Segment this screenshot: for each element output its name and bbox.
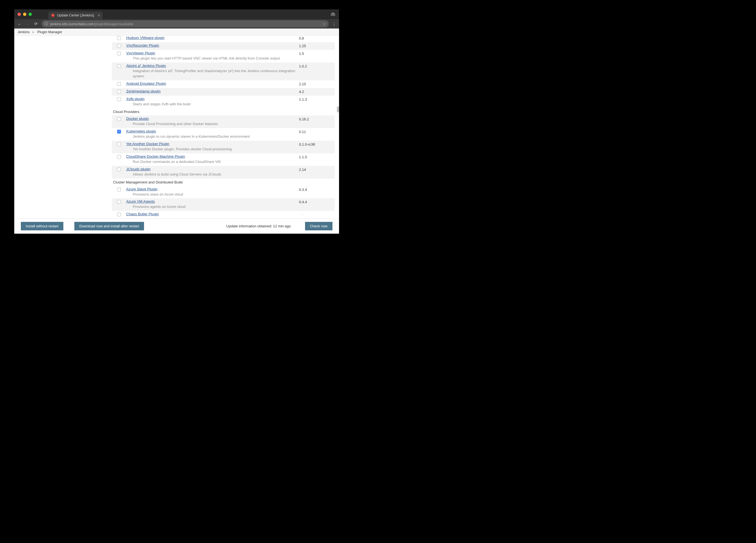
plugin-row: Azure Slave PluginProvisions slave on Az… <box>112 186 335 199</box>
plugin-row: AbsInt a³ Jenkins PluginIntegration of A… <box>112 63 335 80</box>
update-status-text: Update information obtained: 12 min ago <box>226 224 291 228</box>
footer-bar: Install without restart Download now and… <box>14 218 339 234</box>
plugin-checkbox[interactable] <box>117 188 121 191</box>
plugin-link[interactable]: Docker plugin <box>126 117 149 121</box>
breadcrumb: Jenkins ▶ Plugin Manager <box>14 29 339 36</box>
reload-button[interactable]: ⟳ <box>33 21 38 26</box>
plugin-version: 1.1.0 <box>299 153 335 159</box>
window-minimize-button[interactable] <box>23 13 26 16</box>
plugin-row: Hudson VMware plugin0.8 <box>112 36 335 42</box>
plugin-link[interactable]: Zentimestamp plugin <box>126 89 160 93</box>
plugin-description: This plugin lets you start HTTP based VN… <box>133 56 297 61</box>
plugin-row: Docker pluginProvide Cloud Provisioning … <box>112 115 335 128</box>
plugin-checkbox[interactable] <box>117 213 121 216</box>
plugin-row: Kubernetes pluginJenkins plugin to run d… <box>112 128 335 141</box>
plugin-description: Integration of AbsInt's aiT, TimingProfi… <box>133 69 297 79</box>
plugin-version: 1.1.3 <box>299 96 335 101</box>
url-host: jenkins.k8s.kumorilabs.com <box>50 22 94 26</box>
plugin-checkbox[interactable] <box>117 130 121 134</box>
plugin-checkbox[interactable] <box>117 64 121 68</box>
url-bar[interactable]: ⓘ jenkins.k8s.kumorilabs.com/pluginManag… <box>42 20 329 27</box>
bookmark-star-icon[interactable]: ☆ <box>323 22 326 26</box>
plugin-version: 0.16.2 <box>299 115 335 121</box>
plugin-checkbox[interactable] <box>117 90 121 94</box>
plugin-description: Provisions slave on Azure cloud <box>133 192 297 197</box>
plugin-version: 1.5 <box>299 50 335 56</box>
plugin-row: JClouds pluginAllows Jenkins to build us… <box>112 166 335 179</box>
plugin-checkbox[interactable] <box>117 117 121 121</box>
plugin-link[interactable]: CloudShare Docker-Machine Plugin <box>126 154 185 159</box>
scrollbar-thumb[interactable] <box>337 106 339 112</box>
plugin-row: Azure VM AgentsProvisions agents on Azur… <box>112 198 335 211</box>
browser-menu-button[interactable]: ⋮ <box>332 21 336 27</box>
plugin-version: 0.1.0-rc36 <box>299 141 335 146</box>
plugin-description: Jenkins plugin to run dynamic slaves in … <box>133 134 297 139</box>
site-info-icon[interactable]: ⓘ <box>44 21 48 26</box>
check-now-button[interactable]: Check now <box>305 222 332 230</box>
plugin-checkbox[interactable] <box>117 168 121 171</box>
plugin-description: Run Docker commands on a dedicated Cloud… <box>133 159 297 165</box>
plugin-link[interactable]: Kubernetes plugin <box>126 129 156 133</box>
forward-button: → <box>25 22 30 26</box>
plugin-link[interactable]: Azure VM Agents <box>126 199 155 203</box>
tab-close-icon[interactable]: × <box>98 13 100 18</box>
plugin-row: VncViewer PluginThis plugin lets you sta… <box>112 50 335 63</box>
plugin-description: Provide Cloud Provisioning and other Doc… <box>133 121 297 127</box>
install-without-restart-button[interactable]: Install without restart <box>21 222 63 230</box>
plugin-version: 0.3.4 <box>299 186 335 192</box>
plugin-row: Chaos Butler Plugin1.0 <box>112 211 335 218</box>
plugin-row: CloudShare Docker-Machine PluginRun Dock… <box>112 153 335 166</box>
plugin-checkbox[interactable] <box>117 44 121 48</box>
plugin-version: 4.2 <box>299 88 335 94</box>
breadcrumb-item[interactable]: Plugin Manager <box>37 30 62 34</box>
plugin-link[interactable]: Yet Another Docker Plugin <box>126 142 169 146</box>
back-button[interactable]: ← <box>17 22 22 26</box>
plugin-link[interactable]: VncRecorder Plugin <box>126 43 159 47</box>
plugin-version: 0.11 <box>299 128 335 134</box>
plugin-version: 2.14 <box>299 166 335 172</box>
plugin-link[interactable]: Xvfb plugin <box>126 97 145 101</box>
svg-point-2 <box>53 15 54 15</box>
plugin-description: Provisions agents on Azure cloud <box>133 204 297 210</box>
plugin-checkbox[interactable] <box>117 97 121 101</box>
plugin-description: Starts and stopps Xvfb with the build <box>133 102 297 107</box>
window-maximize-button[interactable] <box>29 13 32 16</box>
plugin-table: Hudson VMware plugin0.8VncRecorder Plugi… <box>112 36 335 218</box>
plugin-link[interactable]: Azure Slave Plugin <box>126 187 157 191</box>
category-header: Cluster Management and Distributed Build <box>112 179 335 186</box>
jenkins-favicon <box>51 13 55 17</box>
plugin-row: VncRecorder Plugin1.25 <box>112 42 335 50</box>
plugin-link[interactable]: Hudson VMware plugin <box>126 36 165 40</box>
browser-window: Update Center [Jenkins] × ← → ⟳ ⓘ jenkin… <box>14 9 339 234</box>
plugin-checkbox[interactable] <box>117 142 121 146</box>
titlebar: Update Center [Jenkins] × <box>14 9 339 19</box>
plugin-row: Xvfb pluginStarts and stopps Xvfb with t… <box>112 96 335 108</box>
plugin-link[interactable]: Android Emulator Plugin <box>126 81 166 86</box>
plugin-checkbox[interactable] <box>117 52 121 55</box>
plugin-row: Yet Another Docker PluginYet Another Doc… <box>112 141 335 153</box>
incognito-icon <box>330 12 336 17</box>
svg-point-3 <box>331 14 333 15</box>
plugin-checkbox[interactable] <box>117 155 121 159</box>
plugin-description: Allows Jenkins to build using Cloud Serv… <box>133 172 297 177</box>
plugin-checkbox[interactable] <box>117 36 121 40</box>
plugin-version: 1.25 <box>299 42 335 48</box>
page-content: Jenkins ▶ Plugin Manager Hudson VMware p… <box>14 29 339 234</box>
window-close-button[interactable] <box>18 13 21 16</box>
breadcrumb-separator-icon: ▶ <box>32 30 35 33</box>
plugin-checkbox[interactable] <box>117 200 121 204</box>
plugin-version: 1.0.2 <box>299 63 335 68</box>
plugin-checkbox[interactable] <box>117 82 121 86</box>
plugin-row: Zentimestamp plugin4.2 <box>112 88 335 96</box>
plugin-version: 2.15 <box>299 80 335 86</box>
plugin-version: 0.8 <box>299 36 335 40</box>
plugin-link[interactable]: JClouds plugin <box>126 167 151 171</box>
download-install-after-restart-button[interactable]: Download now and install after restart <box>74 222 144 230</box>
browser-tab[interactable]: Update Center [Jenkins] × <box>48 12 103 19</box>
plugin-link[interactable]: Chaos Butler Plugin <box>126 212 159 216</box>
plugin-description: Yet Another Docker plugin. Provides dock… <box>133 147 297 152</box>
breadcrumb-item[interactable]: Jenkins <box>18 30 30 34</box>
plugin-link[interactable]: AbsInt a³ Jenkins Plugin <box>126 64 166 68</box>
plugin-row: Android Emulator Plugin2.15 <box>112 80 335 88</box>
plugin-link[interactable]: VncViewer Plugin <box>126 51 155 55</box>
